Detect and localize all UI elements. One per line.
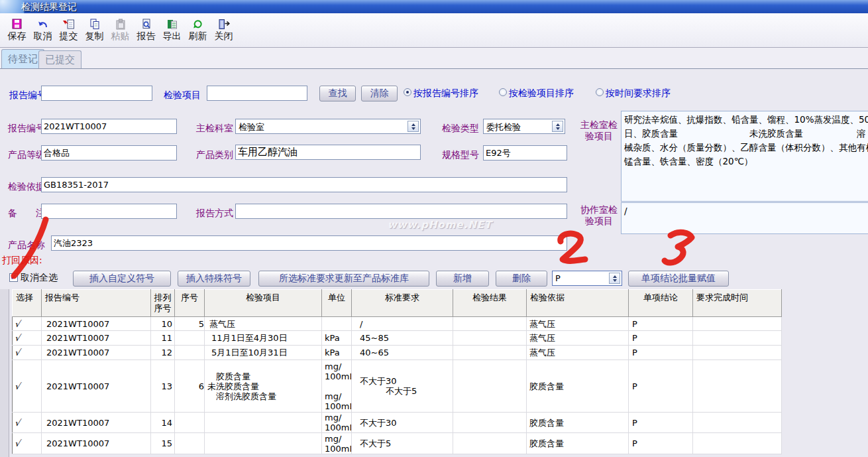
add-button[interactable]: 新增 [436, 271, 489, 287]
test-basis-label: 检验依据 [8, 181, 45, 193]
header-check[interactable]: 选择 [13, 290, 42, 317]
sort-by-item-radio[interactable] [499, 88, 507, 96]
report-no-label: 报告编号 [8, 123, 45, 135]
sort-by-report-no-label: 按报告编号排序 [413, 88, 478, 99]
results-table: 选择 报告编号 排列 序号 序号 检验项目 单位 标准要求 检验结果 检验依据 … [12, 289, 782, 454]
paste-button: 粘贴 [107, 13, 133, 47]
remark-input[interactable] [41, 204, 177, 219]
header-due[interactable]: 要求完成时间 [693, 290, 782, 317]
spinner-icon[interactable] [609, 273, 620, 284]
table-row[interactable]: √ 2021WT10007 15 mg/ 100mL 不大于5 胶质含量 P [13, 433, 782, 454]
update-standard-button[interactable]: 所选标准要求更新至产品标准库 [258, 271, 429, 287]
row-check-mark[interactable]: √ [13, 331, 42, 346]
search-item-label: 检验项目 [164, 90, 201, 101]
spec-model-label: 规格型号 [442, 149, 479, 161]
row-check-mark[interactable]: √ [13, 413, 42, 433]
test-type-select[interactable]: 委托检验 [483, 119, 565, 134]
report-icon [140, 18, 153, 30]
spinner-icon[interactable] [407, 121, 419, 132]
header-item[interactable]: 检验项目 [205, 290, 322, 317]
product-category-input[interactable] [235, 145, 421, 160]
tab-submitted[interactable]: 已提交 [38, 50, 81, 68]
product-grade-input[interactable] [41, 145, 177, 161]
spec-model-input[interactable] [483, 145, 567, 161]
product-category-label: 产品类别 [196, 149, 233, 161]
save-button[interactable]: 保存 [4, 13, 30, 47]
header-report-no[interactable]: 报告编号 [42, 290, 151, 317]
conclusion-select[interactable]: P [552, 271, 622, 286]
copy-button[interactable]: 复制 [81, 13, 107, 47]
test-type-label: 检验类型 [442, 123, 479, 135]
header-seq[interactable]: 序号 [175, 290, 205, 317]
tab-strip: 待登记 已提交 [0, 48, 868, 69]
copy-icon [88, 18, 101, 30]
export-button[interactable]: 导出 [159, 13, 185, 47]
table-row[interactable]: √ 2021WT10007 13 6 胶质含量 未洗胶质含量 溶剂洗胶质含量 m… [13, 360, 782, 413]
row-check-mark[interactable]: √ [13, 317, 42, 331]
find-button[interactable]: 查找 [319, 86, 356, 101]
watermark: www.pHome.NET [388, 219, 492, 231]
table-header-row: 选择 报告编号 排列 序号 序号 检验项目 单位 标准要求 检验结果 检验依据 … [13, 290, 782, 317]
table-row[interactable]: √ 2021WT10007 11 11月1日至4月30日 kPa 45~85 蒸… [13, 331, 782, 346]
main-items-textarea[interactable]: 研究法辛烷值、抗爆指数、铅含量、馏程、10%蒸发温度、50%蒸 日、胶质含量 未… [621, 111, 868, 202]
insert-special-symbol-button[interactable]: 插入特殊符号 [178, 271, 250, 287]
report-method-label: 报告方式 [196, 208, 233, 220]
submit-button[interactable]: 提交 [56, 13, 81, 47]
header-requirement[interactable]: 标准要求 [352, 290, 453, 317]
export-icon [166, 18, 179, 30]
close-icon [217, 18, 231, 30]
header-basis[interactable]: 检验依据 [527, 290, 629, 317]
row-check-mark[interactable]: √ [13, 346, 42, 360]
sort-by-time-radio[interactable] [596, 88, 604, 96]
coop-items-label: 协作室检 验项目 [579, 204, 619, 227]
report-no-input[interactable] [41, 119, 177, 134]
search-report-no-input[interactable] [41, 86, 152, 101]
header-result[interactable]: 检验结果 [453, 290, 527, 317]
search-item-input[interactable] [207, 86, 307, 101]
reject-reason-label: 打回原因: [2, 255, 42, 267]
sort-by-report-no-radio[interactable] [404, 88, 411, 96]
uncheck-all-label: 取消全选 [21, 272, 58, 284]
row-check-mark[interactable]: √ [13, 433, 42, 454]
uncheck-all-checkbox[interactable] [9, 273, 18, 282]
header-unit[interactable]: 单位 [322, 290, 352, 317]
remark-label: 备 注 [8, 208, 45, 220]
main-dept-label: 主检科室 [196, 123, 233, 135]
row-selector-strip [0, 289, 9, 457]
main-dept-select[interactable]: 检验室 [235, 119, 421, 134]
sort-by-item-label: 按检验项目排序 [509, 88, 574, 99]
report-button[interactable]: 报告 [133, 13, 159, 47]
product-grade-label: 产品等级 [8, 149, 45, 161]
paste-icon [114, 18, 127, 30]
spinner-icon[interactable] [552, 121, 563, 132]
header-order-no[interactable]: 排列 序号 [151, 290, 175, 317]
sort-by-time-label: 按时间要求排序 [606, 88, 671, 99]
table-row[interactable]: √ 2021WT10007 10 5 蒸气压 / 蒸气压 P [13, 317, 782, 331]
refresh-icon [191, 18, 205, 30]
undo-icon [36, 18, 50, 30]
submit-icon [62, 18, 76, 30]
batch-assign-button[interactable]: 单项结论批量赋值 [628, 271, 729, 287]
header-conclusion[interactable]: 单项结论 [629, 290, 693, 317]
table-row[interactable]: √ 2021WT10007 14 mg/ 100mL 不大于30 胶质含量 P [13, 413, 782, 433]
report-method-input[interactable] [235, 204, 567, 219]
refresh-button[interactable]: 刷新 [185, 13, 211, 47]
product-name-input[interactable] [51, 235, 567, 251]
product-name-label: 产品名称 [8, 239, 45, 251]
row-check-mark[interactable]: √ [13, 360, 42, 413]
clear-button[interactable]: 清除 [361, 86, 398, 101]
window-title: 检测结果登记 [21, 1, 77, 13]
main-items-label: 主检室检 验项目 [579, 119, 619, 142]
test-basis-input[interactable] [41, 177, 567, 192]
delete-button[interactable]: 删除 [496, 271, 547, 287]
title-bar: 检测结果登记 [0, 0, 868, 13]
toolbar: 保存 取消 提交 复制 粘贴 报告 导出 刷新 关闭 [0, 13, 868, 48]
table-row[interactable]: √ 2021WT10007 12 5月1日至10月31日 kPa 40~65 蒸… [13, 346, 782, 360]
save-icon [11, 18, 24, 30]
insert-custom-symbol-button[interactable]: 插入自定义符号 [73, 271, 171, 287]
coop-items-textarea[interactable]: / [621, 202, 868, 234]
close-button[interactable]: 关闭 [211, 13, 237, 47]
undo-button[interactable]: 取消 [30, 13, 56, 47]
